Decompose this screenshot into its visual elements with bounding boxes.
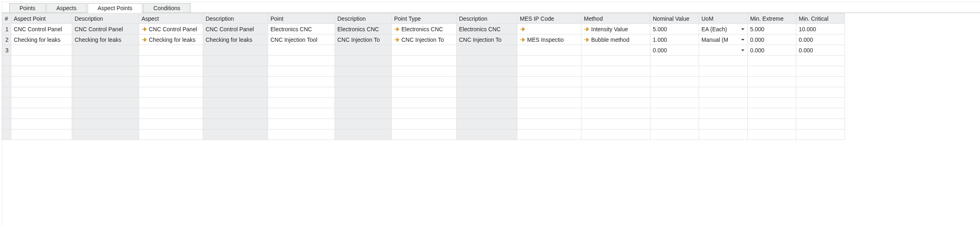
col-header-rownum[interactable]: # [2, 13, 11, 24]
cell-min_ext[interactable] [748, 108, 796, 119]
cell-mes_ip[interactable] [517, 45, 581, 56]
cell-uom[interactable] [699, 77, 748, 87]
cell-point[interactable] [268, 45, 335, 56]
cell-min_crit[interactable]: 0.000 [796, 34, 845, 45]
cell-aspect_point[interactable] [11, 45, 72, 56]
cell-nominal[interactable] [650, 98, 699, 108]
cell-aspect_point[interactable] [11, 108, 72, 119]
cell-nominal[interactable] [650, 108, 699, 119]
col-header-nominal[interactable]: Nominal Value [650, 13, 699, 24]
cell-nominal[interactable] [650, 87, 699, 98]
cell-min_crit[interactable] [796, 66, 845, 77]
cell-uom[interactable] [699, 119, 748, 129]
tab-aspects[interactable]: Aspects [46, 3, 87, 13]
cell-point_type[interactable] [392, 77, 457, 87]
cell-nominal[interactable] [650, 119, 699, 129]
cell-mes_ip[interactable] [517, 24, 581, 34]
cell-aspect_point[interactable] [11, 87, 72, 98]
cell-point[interactable] [268, 66, 335, 77]
cell-min_crit[interactable] [796, 108, 845, 119]
cell-point[interactable] [268, 129, 335, 140]
cell-min_crit[interactable]: 10.000 [796, 24, 845, 34]
cell-aspect[interactable] [139, 87, 203, 98]
cell-method[interactable]: Intensity Value [581, 24, 650, 34]
cell-aspect[interactable]: Checking for leaks [139, 34, 203, 45]
cell-aspect[interactable]: CNC Control Panel [139, 24, 203, 34]
cell-method[interactable] [581, 66, 650, 77]
cell-min_ext[interactable] [748, 56, 796, 66]
cell-point[interactable] [268, 87, 335, 98]
table-row-empty[interactable] [2, 129, 845, 140]
col-header-aspect_point_desc[interactable]: Description [72, 13, 139, 24]
cell-point_type[interactable] [392, 129, 457, 140]
cell-min_ext[interactable] [748, 77, 796, 87]
cell-aspect_point[interactable] [11, 119, 72, 129]
cell-point[interactable]: CNC Injection Tool [268, 34, 335, 45]
cell-min_crit[interactable] [796, 98, 845, 108]
cell-min_crit[interactable] [796, 87, 845, 98]
cell-mes_ip[interactable] [517, 119, 581, 129]
cell-min_ext[interactable]: 5.000 [748, 24, 796, 34]
cell-aspect_point[interactable]: Checking for leaks [11, 34, 72, 45]
cell-min_crit[interactable]: 0.000 [796, 45, 845, 56]
col-header-point_type_desc[interactable]: Description [457, 13, 517, 24]
cell-aspect[interactable] [139, 77, 203, 87]
cell-mes_ip[interactable] [517, 66, 581, 77]
cell-point_type[interactable] [392, 108, 457, 119]
cell-aspect[interactable] [139, 119, 203, 129]
cell-min_ext[interactable] [748, 87, 796, 98]
tab-points[interactable]: Points [9, 3, 45, 13]
cell-nominal[interactable] [650, 66, 699, 77]
cell-method[interactable] [581, 45, 650, 56]
cell-min_crit[interactable] [796, 56, 845, 66]
cell-method[interactable] [581, 87, 650, 98]
cell-aspect_point[interactable] [11, 77, 72, 87]
cell-aspect_point[interactable] [11, 66, 72, 77]
table-row-empty[interactable] [2, 119, 845, 129]
cell-nominal[interactable] [650, 77, 699, 87]
cell-uom[interactable] [699, 56, 748, 66]
cell-method[interactable] [581, 98, 650, 108]
table-row[interactable]: 1CNC Control PanelCNC Control PanelCNC C… [2, 24, 845, 34]
cell-method[interactable]: Bubble method [581, 34, 650, 45]
cell-method[interactable] [581, 56, 650, 66]
cell-mes_ip[interactable] [517, 87, 581, 98]
col-header-point_type[interactable]: Point Type [392, 13, 457, 24]
cell-min_ext[interactable] [748, 98, 796, 108]
table-row[interactable]: 2Checking for leaksChecking for leaksChe… [2, 34, 845, 45]
cell-nominal[interactable]: 1.000 [650, 34, 699, 45]
cell-point[interactable]: Electronics CNC [268, 24, 335, 34]
cell-aspect_point[interactable] [11, 129, 72, 140]
cell-point[interactable] [268, 119, 335, 129]
cell-point_type[interactable] [392, 119, 457, 129]
cell-point_type[interactable] [392, 45, 457, 56]
cell-nominal[interactable] [650, 129, 699, 140]
cell-mes_ip[interactable] [517, 56, 581, 66]
cell-nominal[interactable]: 0.000 [650, 45, 699, 56]
cell-point[interactable] [268, 98, 335, 108]
cell-min_ext[interactable]: 0.000 [748, 34, 796, 45]
cell-method[interactable] [581, 108, 650, 119]
col-header-mes_ip[interactable]: MES IP Code [517, 13, 581, 24]
col-header-method[interactable]: Method [581, 13, 650, 24]
cell-aspect_point[interactable]: CNC Control Panel [11, 24, 72, 34]
cell-min_ext[interactable]: 0.000 [748, 45, 796, 56]
cell-min_ext[interactable] [748, 119, 796, 129]
cell-min_crit[interactable] [796, 129, 845, 140]
cell-min_ext[interactable] [748, 129, 796, 140]
cell-aspect[interactable] [139, 129, 203, 140]
cell-uom[interactable]: EA (Each) [699, 24, 748, 34]
table-row-empty[interactable] [2, 56, 845, 66]
cell-aspect_point[interactable] [11, 98, 72, 108]
cell-mes_ip[interactable] [517, 77, 581, 87]
cell-mes_ip[interactable] [517, 129, 581, 140]
cell-point_type[interactable]: Electronics CNC [392, 24, 457, 34]
cell-min_crit[interactable] [796, 77, 845, 87]
col-header-min_ext[interactable]: Min. Extreme [748, 13, 796, 24]
col-header-min_crit[interactable]: Min. Critical [796, 13, 845, 24]
cell-uom[interactable] [699, 87, 748, 98]
cell-aspect[interactable] [139, 66, 203, 77]
cell-aspect[interactable] [139, 98, 203, 108]
cell-mes_ip[interactable] [517, 108, 581, 119]
cell-uom[interactable] [699, 45, 748, 56]
